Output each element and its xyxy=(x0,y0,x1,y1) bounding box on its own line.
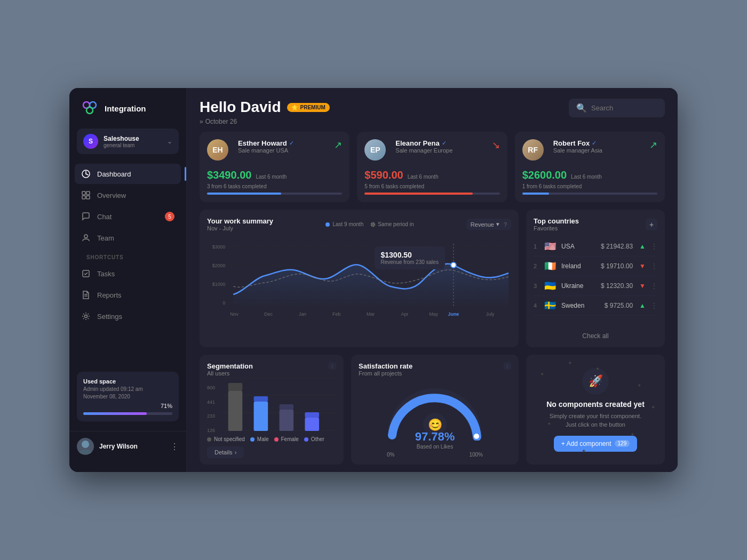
svg-rect-41 xyxy=(228,383,243,391)
tasks-icon xyxy=(81,269,91,278)
user-menu-button[interactable]: ⋮ xyxy=(170,442,179,452)
active-indicator xyxy=(185,167,186,181)
svg-text:Nov: Nov xyxy=(230,311,239,317)
svg-rect-37 xyxy=(228,391,243,431)
trend-up-icon-robert: ↗ xyxy=(649,140,657,150)
chart-svg-container: $3000 $2000 $1000 0 xyxy=(207,236,511,340)
comp-sub: Simply create your first component. Just… xyxy=(550,412,641,429)
sidebar-item-chat[interactable]: Chat 5 xyxy=(75,206,181,227)
legend-last9: Last 9 month xyxy=(325,221,363,227)
card-amount-eleanor: $590.00 xyxy=(364,169,403,181)
flag-ukraine: 🇺🇦 xyxy=(544,280,557,292)
svg-rect-43 xyxy=(280,404,294,410)
used-space-title: Used space xyxy=(83,378,172,385)
svg-point-23 xyxy=(451,262,456,268)
workspace-info: Saleshouse general team xyxy=(104,135,162,148)
sidebar-item-tasks[interactable]: Tasks xyxy=(75,263,181,284)
chat-label: Chat xyxy=(97,213,112,221)
card-progress-esther xyxy=(207,193,342,195)
country-list: 1 🇺🇸 USA $ 21942.83 ▲ ⋮ 2 🇮🇪 Ireland $ 1… xyxy=(534,237,657,328)
add-component-button[interactable]: + Add component 129 xyxy=(554,436,637,452)
satisfaction-panel: Satisfaction rate From all projects ⋮ xyxy=(351,355,519,465)
sales-card-eleanor: EP Eleanor Pena ✓ Sale manager Europe ↘ … xyxy=(357,132,507,202)
components-panel: ✦ ✦ ✦ ✦ ✦ ✦ ✦ ✦ 🚀 No components created … xyxy=(526,355,665,465)
nav-items: Dashboard Overview xyxy=(69,164,186,366)
dashboard-label: Dashboard xyxy=(97,170,131,178)
country-item-usa: 1 🇺🇸 USA $ 21942.83 ▲ ⋮ xyxy=(534,237,657,257)
sidebar-item-dashboard[interactable]: Dashboard xyxy=(75,164,181,184)
check-all-button[interactable]: Check all xyxy=(534,332,657,340)
country-menu-ukraine[interactable]: ⋮ xyxy=(651,282,657,290)
arrow-up-icon-sweden: ▲ xyxy=(639,302,646,309)
avatar-robert: RF xyxy=(522,139,544,161)
chart-title: Your work summary xyxy=(207,217,273,225)
segmentation-panel: Segmentation All users ⋮ 800 441 233 126 xyxy=(200,355,344,465)
user-profile: Jerry Wilson ⋮ xyxy=(69,431,186,461)
logo-icon xyxy=(80,99,99,118)
seg-legend-male: Male xyxy=(250,436,269,442)
sidebar-item-team[interactable]: Team xyxy=(75,228,181,248)
sales-card-robert: RF Robert Fox ✓ Sale manager Asia ↗ $260… xyxy=(515,132,665,202)
middle-row: Segmentation All users ⋮ 800 441 233 126 xyxy=(187,355,678,472)
chat-badge: 5 xyxy=(165,212,174,221)
chart-svg: $3000 $2000 $1000 0 xyxy=(207,236,511,321)
chat-icon xyxy=(81,212,91,221)
sidebar-item-settings[interactable]: Settings xyxy=(75,306,181,326)
svg-text:Jan: Jan xyxy=(299,311,306,317)
card-progress-robert xyxy=(522,193,657,195)
verified-icon-eleanor: ✓ xyxy=(442,140,447,147)
search-input[interactable] xyxy=(591,104,657,112)
seg-dot-btn[interactable]: ⋮ xyxy=(329,362,336,370)
card-name-eleanor: Eleanor Pena xyxy=(395,139,439,147)
top-countries-panel: Top countries Favorites + 1 🇺🇸 USA $ 219… xyxy=(526,210,665,347)
workspace-selector[interactable]: S Saleshouse general team ⌄ xyxy=(77,129,179,154)
search-bar[interactable]: 🔍 xyxy=(569,99,665,117)
rank-3: 3 xyxy=(534,283,540,289)
gauge-container: 😊 97.78% Based on Likes 0% 100% xyxy=(359,377,511,458)
chart-subtitle: Nov - July xyxy=(207,225,273,231)
used-space-percent: 71% xyxy=(83,403,172,409)
legend-dot-dashed xyxy=(371,222,375,227)
sidebar-item-overview[interactable]: Overview xyxy=(75,185,181,205)
chart-tooltip: $1300.50 Revenue from 230 sales xyxy=(375,246,445,269)
avatar xyxy=(77,438,94,455)
sidebar: Integration S Saleshouse general team ⌄ xyxy=(69,88,187,472)
seg-legend-female: Female xyxy=(274,436,299,442)
country-name-sweden: Sweden xyxy=(561,302,600,309)
country-item-ireland: 2 🇮🇪 Ireland $ 19710.00 ▼ ⋮ xyxy=(534,257,657,276)
country-item-ukraine: 3 🇺🇦 Ukraine $ 12320.30 ▼ ⋮ xyxy=(534,276,657,296)
avatar-esther: EH xyxy=(207,139,228,161)
sat-menu-btn[interactable]: ⋮ xyxy=(504,362,511,370)
svg-text:Dec: Dec xyxy=(264,311,273,317)
search-icon: 🔍 xyxy=(576,103,587,113)
help-icon: ? xyxy=(504,221,507,228)
add-country-button[interactable]: + xyxy=(646,219,657,230)
svg-rect-39 xyxy=(280,410,294,431)
top-countries-title: Top countries xyxy=(534,217,579,225)
chart-dropdown[interactable]: Revenue ▾ ? xyxy=(466,219,511,230)
svg-text:June: June xyxy=(448,311,459,317)
brand-name: Integration xyxy=(105,104,146,113)
chart-panel: Your work summary Nov - July Last 9 mont… xyxy=(200,210,519,347)
arrow-up-icon: ▲ xyxy=(639,243,646,250)
gauge-based-on: Based on Likes xyxy=(417,444,453,450)
svg-text:Feb: Feb xyxy=(332,311,340,317)
flag-usa: 🇺🇸 xyxy=(544,241,557,252)
sales-cards-row: EH Esther Howard ✓ Sale manager USA ↗ $3… xyxy=(187,132,678,210)
tooltip-sub: Revenue from 230 sales xyxy=(381,259,439,265)
country-menu-ireland[interactable]: ⋮ xyxy=(651,262,657,270)
seg-legend-other: Other xyxy=(304,436,324,442)
rank-2: 2 xyxy=(534,263,540,269)
workspace-sub: general team xyxy=(104,142,162,148)
settings-label: Settings xyxy=(97,313,122,321)
workspace-avatar: S xyxy=(83,134,98,149)
svg-rect-40 xyxy=(305,418,319,431)
rank-1: 1 xyxy=(534,243,540,250)
details-button[interactable]: Details › xyxy=(207,446,244,458)
svg-rect-44 xyxy=(305,412,319,418)
reports-label: Reports xyxy=(97,291,122,299)
svg-text:Apr: Apr xyxy=(401,311,409,317)
country-menu-sweden[interactable]: ⋮ xyxy=(651,302,657,309)
sidebar-item-reports[interactable]: Reports xyxy=(75,285,181,305)
country-menu-usa[interactable]: ⋮ xyxy=(651,243,657,250)
